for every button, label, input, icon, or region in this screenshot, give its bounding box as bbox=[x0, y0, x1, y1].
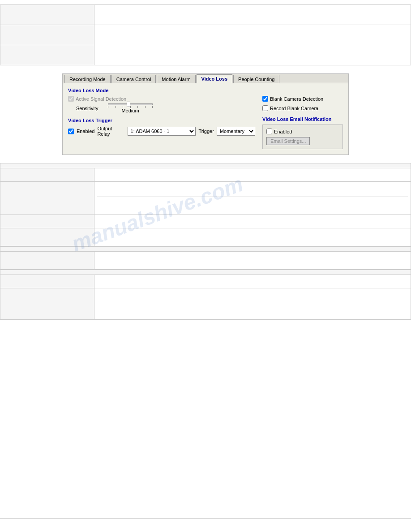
panel-left: Video Loss Mode Active Signal Detection … bbox=[68, 88, 255, 149]
tab-camera-control[interactable]: Camera Control bbox=[111, 75, 156, 83]
email-notification-title: Video Loss Email Notification bbox=[262, 116, 343, 122]
tabs-row: Recording Mode Camera Control Motion Ala… bbox=[63, 74, 348, 83]
sensitivity-row: Sensitivity bbox=[76, 103, 255, 113]
top-row3-col2 bbox=[94, 45, 411, 65]
blank-camera-checkbox[interactable] bbox=[262, 96, 268, 102]
bottom-line bbox=[0, 518, 411, 519]
middle-table-header bbox=[0, 163, 411, 168]
table-row bbox=[0, 182, 411, 215]
record-blank-label: Record Blank Camera bbox=[270, 106, 318, 111]
trigger-enabled-label: Enabled bbox=[77, 129, 94, 134]
tab-recording-mode[interactable]: Recording Mode bbox=[64, 75, 111, 83]
email-enabled-row: Enabled bbox=[266, 129, 339, 134]
email-settings-button[interactable]: Email Settings... bbox=[266, 137, 310, 145]
video-loss-mode-title: Video Loss Mode bbox=[68, 88, 255, 93]
email-enabled-label: Enabled bbox=[274, 129, 292, 134]
mid-row3-col1 bbox=[0, 215, 94, 228]
trigger-enabled-checkbox[interactable] bbox=[68, 129, 74, 134]
blank-camera-row: Blank Camera Detection bbox=[262, 96, 343, 102]
record-blank-row: Record Blank Camera bbox=[262, 105, 343, 111]
mid-row3-col2 bbox=[94, 215, 411, 228]
mid-row1-col2 bbox=[94, 168, 411, 182]
top-row3-col1 bbox=[0, 45, 94, 65]
tab-people-counting[interactable]: People Counting bbox=[233, 75, 279, 83]
mid-row4-col2 bbox=[94, 228, 411, 246]
sensitivity-slider-container: Medium bbox=[108, 103, 153, 113]
email-enabled-checkbox[interactable] bbox=[266, 129, 272, 134]
trigger-title: Video Loss Trigger bbox=[68, 118, 255, 123]
record-blank-checkbox[interactable] bbox=[262, 105, 268, 111]
bottom1-header bbox=[0, 247, 411, 252]
sensitivity-value: Medium bbox=[108, 108, 153, 113]
sensitivity-slider-track[interactable] bbox=[108, 103, 153, 105]
sensitivity-label: Sensitivity bbox=[76, 106, 105, 111]
sensitivity-slider-thumb[interactable] bbox=[127, 102, 130, 107]
blank-camera-label: Blank Camera Detection bbox=[270, 96, 323, 102]
output-relay-label: Output Relay bbox=[97, 126, 124, 137]
top-table bbox=[0, 4, 411, 65]
panel-right: Video Loss Email Notification Enabled Em… bbox=[262, 116, 343, 149]
trigger-type-select[interactable]: Momentary Latching bbox=[217, 127, 255, 136]
bottom-table-1 bbox=[0, 246, 411, 270]
trigger-section: Video Loss Trigger Enabled Output Relay … bbox=[68, 118, 255, 137]
mid-row2-col1 bbox=[0, 182, 94, 215]
top-row1-col2 bbox=[94, 5, 411, 25]
output-relay-select[interactable]: 1: ADAM 6060 - 1 2: ADAM 6060 - 2 bbox=[128, 127, 196, 136]
mid-row4-col1 bbox=[0, 228, 94, 246]
b2-row2-col1 bbox=[0, 288, 94, 320]
top-row2-col1 bbox=[0, 25, 94, 45]
top-row1-col1 bbox=[0, 5, 94, 25]
table-row bbox=[0, 5, 411, 25]
middle-header-cell bbox=[0, 163, 411, 168]
trigger-type-label: Trigger bbox=[198, 129, 214, 134]
bottom1-header-cell bbox=[0, 247, 411, 252]
mid-row2-col2 bbox=[94, 182, 411, 215]
trigger-row: Enabled Output Relay 1: ADAM 6060 - 1 2:… bbox=[68, 126, 255, 137]
email-box: Enabled Email Settings... bbox=[262, 124, 343, 149]
video-loss-dialog: Recording Mode Camera Control Motion Ala… bbox=[62, 73, 349, 155]
tab-video-loss[interactable]: Video Loss bbox=[197, 74, 232, 83]
table-row bbox=[0, 25, 411, 45]
b2-row1-col2 bbox=[94, 275, 411, 288]
tab-motion-alarm[interactable]: Motion Alarm bbox=[157, 75, 195, 83]
table-row bbox=[0, 288, 411, 320]
middle-table bbox=[0, 163, 411, 246]
top-row2-col2 bbox=[94, 25, 411, 45]
active-signal-checkbox[interactable] bbox=[68, 96, 74, 102]
table-row bbox=[0, 228, 411, 246]
bottom2-header-cell bbox=[0, 270, 411, 275]
b1-row1-col2 bbox=[94, 252, 411, 270]
table-row bbox=[0, 45, 411, 65]
table-row bbox=[0, 275, 411, 288]
active-signal-label: Active Signal Detection bbox=[76, 96, 126, 102]
b2-row1-col1 bbox=[0, 275, 94, 288]
b1-row1-col1 bbox=[0, 252, 94, 270]
bottom2-header bbox=[0, 270, 411, 275]
bottom-table-2 bbox=[0, 270, 411, 320]
dialog-box: Recording Mode Camera Control Motion Ala… bbox=[62, 73, 349, 155]
active-signal-row: Active Signal Detection bbox=[68, 96, 255, 102]
table-row bbox=[0, 252, 411, 270]
panel-content: Video Loss Mode Active Signal Detection … bbox=[63, 83, 348, 154]
b2-row2-col2 bbox=[94, 288, 411, 320]
table-row bbox=[0, 215, 411, 228]
table-row bbox=[0, 168, 411, 182]
mid-row1-col1 bbox=[0, 168, 94, 182]
